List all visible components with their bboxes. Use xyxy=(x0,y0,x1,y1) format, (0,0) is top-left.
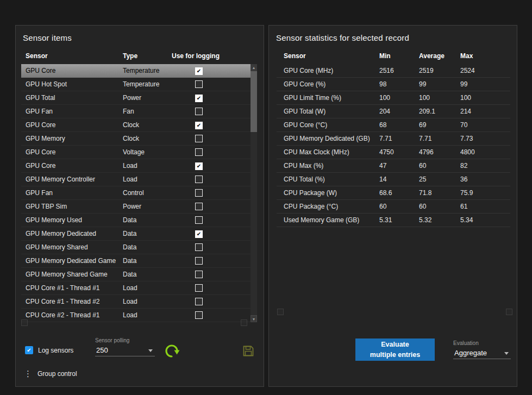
use-for-logging-checkbox[interactable] xyxy=(195,284,203,292)
logging-checkbox-cell: ✔ xyxy=(195,230,203,238)
log-sensors-checkbox[interactable]: ✔ xyxy=(25,346,33,354)
sensor-polling-value: 250 xyxy=(96,346,108,354)
sensor-type: Data xyxy=(123,230,136,237)
sensor-row[interactable]: CPU Core #1 - Thread #2Load xyxy=(21,295,251,309)
sensor-row[interactable]: GPU TotalPower✔ xyxy=(21,91,251,105)
logging-checkbox-cell xyxy=(195,108,203,117)
sensor-row[interactable]: GPU CoreVoltage xyxy=(21,146,251,159)
logging-checkbox-cell xyxy=(195,135,203,144)
use-for-logging-checkbox[interactable] xyxy=(195,108,203,115)
sensor-row[interactable]: GPU TBP SimPower xyxy=(21,200,251,214)
sensor-polling-combo: Sensor polling 250 xyxy=(95,337,155,356)
use-for-logging-checkbox[interactable]: ✔ xyxy=(195,67,203,75)
logging-checkbox-cell xyxy=(195,298,203,307)
sensor-type: Load xyxy=(123,175,137,183)
sensor-row[interactable]: GPU CoreTemperature✔ xyxy=(21,64,251,78)
sensor-row[interactable]: GPU FanControl xyxy=(21,186,251,200)
evaluation-dropdown[interactable]: Aggregate xyxy=(453,348,511,359)
sensor-name: GPU Memory Used xyxy=(26,216,82,224)
sensor-row[interactable]: GPU FanFan xyxy=(21,105,251,118)
sensor-type: Load xyxy=(123,298,137,305)
use-for-logging-checkbox[interactable] xyxy=(195,135,203,142)
stat-average-value: 71.8 xyxy=(419,189,431,197)
sensor-name: GPU Hot Spot xyxy=(26,80,67,88)
sensor-polling-input[interactable]: 250 xyxy=(95,345,155,356)
stat-min-value: 98 xyxy=(379,80,386,88)
sensor-name: GPU TBP Sim xyxy=(26,203,67,210)
app-window: Sensor items Sensor Type Use for logging… xyxy=(0,0,532,395)
kebab-menu-icon[interactable]: ⋮ xyxy=(24,369,32,378)
sensor-row[interactable]: GPU CoreLoad✔ xyxy=(21,159,251,173)
stat-max-value: 2524 xyxy=(460,67,475,74)
stat-max-value: 214 xyxy=(460,108,471,115)
sensor-row[interactable]: CPU Core #1 - Thread #1Load xyxy=(21,281,251,295)
column-header-max: Max xyxy=(460,52,473,60)
stat-sensor-name: CPU Total (%) xyxy=(284,175,325,183)
use-for-logging-checkbox[interactable] xyxy=(195,298,203,305)
faint-square-decoration xyxy=(277,309,284,315)
sensor-row[interactable]: GPU Memory DedicatedData✔ xyxy=(21,227,251,241)
save-sensor-log-button[interactable] xyxy=(242,344,255,358)
stat-max-value: 99 xyxy=(460,80,467,88)
sensor-row[interactable]: GPU Memory Dedicated GameData xyxy=(21,254,251,268)
sensor-row[interactable]: GPU Memory SharedData xyxy=(21,241,251,254)
column-header-sensor: Sensor xyxy=(284,52,306,60)
stat-min-value: 68.6 xyxy=(379,189,392,197)
use-for-logging-checkbox[interactable] xyxy=(195,257,203,265)
use-for-logging-checkbox[interactable] xyxy=(195,216,203,224)
stat-average-value: 2519 xyxy=(419,67,434,74)
logging-checkbox-cell: ✔ xyxy=(195,121,203,129)
sensor-row[interactable]: GPU Memory ControllerLoad xyxy=(21,173,251,186)
faint-square-decoration xyxy=(241,319,247,326)
logging-checkbox-cell xyxy=(195,203,203,212)
use-for-logging-checkbox[interactable] xyxy=(195,80,203,88)
sensor-row[interactable]: GPU Memory UsedData xyxy=(21,214,251,227)
scroll-down-button[interactable]: ▼ xyxy=(251,315,257,322)
chevron-down-icon[interactable] xyxy=(148,349,153,352)
use-for-logging-checkbox[interactable]: ✔ xyxy=(195,95,203,102)
sensor-row[interactable]: GPU Memory Shared GameData xyxy=(21,268,251,281)
sensor-items-panel: Sensor items Sensor Type Use for logging… xyxy=(15,25,264,387)
sensor-row[interactable]: CPU Core #2 - Thread #1Load xyxy=(21,309,251,322)
use-for-logging-checkbox[interactable] xyxy=(195,203,203,210)
stat-min-value: 4750 xyxy=(379,148,394,156)
stat-max-value: 100 xyxy=(460,94,471,102)
column-header-sensor: Sensor xyxy=(26,52,48,60)
sensor-row[interactable]: GPU CoreClock✔ xyxy=(21,118,251,132)
sensor-row[interactable]: GPU Hot SpotTemperature xyxy=(21,78,251,91)
stat-sensor-name: CPU Max Clock (MHz) xyxy=(284,148,349,156)
statistics-list: GPU Core (MHz)251625192524GPU Core (%)98… xyxy=(277,64,510,227)
stat-sensor-name: GPU Core (%) xyxy=(284,80,326,88)
chevron-down-icon[interactable] xyxy=(504,352,509,355)
stat-average-value: 4796 xyxy=(419,148,434,156)
sensor-row[interactable]: GPU MemoryClock xyxy=(21,132,251,146)
sensor-type: Voltage xyxy=(123,148,145,156)
use-for-logging-checkbox[interactable] xyxy=(195,311,203,319)
scrollbar-thumb[interactable] xyxy=(251,71,257,132)
use-for-logging-checkbox[interactable]: ✔ xyxy=(195,162,203,170)
sensor-type: Fan xyxy=(123,108,134,115)
sensor-type: Power xyxy=(123,94,141,102)
use-for-logging-checkbox[interactable] xyxy=(195,175,203,183)
use-for-logging-checkbox[interactable] xyxy=(195,271,203,278)
scroll-up-button[interactable]: ▲ xyxy=(251,64,257,71)
stat-min-value: 5.31 xyxy=(379,216,392,224)
stat-sensor-name: GPU Total (W) xyxy=(284,108,326,115)
stat-min-value: 7.71 xyxy=(379,135,392,142)
save-icon xyxy=(242,344,255,358)
scrollbar[interactable]: ▲ ▼ xyxy=(251,64,257,322)
statistics-row: GPU Total (W)204209.1214 xyxy=(277,105,510,118)
statistics-row: CPU Max Clock (MHz)475047964800 xyxy=(277,146,510,159)
logging-checkbox-cell xyxy=(195,175,203,185)
refresh-sensors-button[interactable] xyxy=(164,343,180,359)
use-for-logging-checkbox[interactable] xyxy=(195,148,203,156)
sensor-statistics-title: Sensor statistics for selected record xyxy=(276,33,409,42)
evaluation-label: Evaluation xyxy=(453,340,511,346)
use-for-logging-checkbox[interactable] xyxy=(195,243,203,251)
use-for-logging-checkbox[interactable]: ✔ xyxy=(195,122,203,129)
column-header-use-for-logging: Use for logging xyxy=(172,52,220,60)
group-control-button[interactable]: ⋮ Group control xyxy=(24,369,77,378)
use-for-logging-checkbox[interactable] xyxy=(195,189,203,197)
use-for-logging-checkbox[interactable]: ✔ xyxy=(195,230,203,238)
evaluate-multiple-entries-button[interactable]: Evaluate multiple entries xyxy=(355,338,435,361)
